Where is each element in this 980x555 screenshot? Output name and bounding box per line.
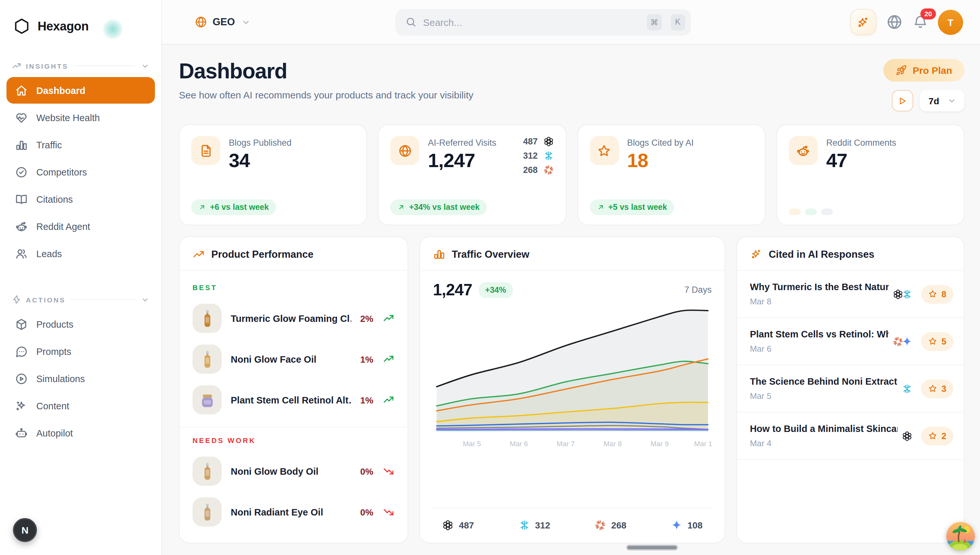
notification-badge: 20	[921, 8, 936, 19]
sidebar: Hexagon INSIGHTS Dashboard Website Healt…	[0, 0, 162, 555]
gemini-icon	[671, 520, 682, 531]
sidebar-item[interactable]: Autopilot	[6, 420, 155, 446]
period-select[interactable]: 7d	[919, 90, 964, 111]
teal-glow-decoration	[98, 15, 127, 43]
global-search[interactable]: ⌘ K	[395, 9, 690, 35]
cited-item[interactable]: Plant Stem Cells vs Retinol: Wha… Mar 6 …	[737, 318, 964, 365]
page-title: Dashboard	[179, 59, 473, 83]
star-icon	[929, 384, 938, 393]
sidebar-item[interactable]: Dashboard	[6, 77, 155, 104]
stat-value: 34	[229, 149, 292, 172]
trend-icon	[382, 394, 395, 406]
cited-date: Mar 4	[750, 438, 898, 448]
workspace-switcher[interactable]: GEO	[195, 16, 251, 29]
stat-delta-badge: +6 vs last week	[191, 199, 276, 215]
stat-label: AI-Referred Visits	[428, 138, 496, 148]
topbar: GEO ⌘ K 20 T	[162, 0, 980, 45]
svg-text:Mar 9: Mar 9	[651, 440, 669, 448]
sidebar-item[interactable]: Simulations	[6, 365, 155, 392]
openai-icon	[902, 430, 913, 441]
home-icon	[15, 84, 28, 97]
horizontal-scrollbar-handle[interactable]	[626, 545, 678, 550]
brand-row: Hexagon	[0, 0, 161, 57]
cited-item[interactable]: How to Build a Minimalist Skincare… Mar …	[737, 412, 964, 460]
sidebar-item[interactable]: Website Health	[6, 104, 155, 131]
chevron-down-icon	[947, 96, 957, 106]
nav-section-actions-header[interactable]: ACTIONS	[6, 291, 155, 311]
command-keycap: ⌘	[647, 14, 661, 30]
breakdown-row: 312	[523, 150, 554, 161]
chevron-down-icon	[241, 17, 251, 27]
svg-text:Mar 10: Mar 10	[694, 440, 712, 448]
cited-source-icons	[895, 336, 913, 347]
cited-item[interactable]: The Science Behind Noni Extract i… Mar 5…	[737, 365, 964, 412]
user-avatar[interactable]: T	[938, 10, 963, 35]
book-open-icon	[15, 192, 28, 205]
sparkle-icon	[856, 15, 870, 29]
workspace-avatar[interactable]: N	[13, 518, 37, 542]
product-row[interactable]: Turmeric Glow Foaming Cl… 2%	[193, 298, 395, 339]
sidebar-item[interactable]: Content	[6, 393, 155, 419]
sidebar-item[interactable]: Prompts	[6, 338, 155, 365]
sidebar-footer: N	[0, 518, 161, 555]
nav-section-insights-header[interactable]: INSIGHTS	[6, 57, 155, 77]
stat-label: Blogs Published	[229, 138, 292, 148]
sidebar-item[interactable]: Citations	[6, 186, 155, 212]
notifications-button[interactable]: 20	[912, 14, 928, 30]
sidebar-item[interactable]: Leads	[6, 240, 155, 267]
sidebar-item-label: Website Health	[36, 112, 100, 123]
stat-label: Blogs Cited by AI	[627, 138, 694, 148]
product-row[interactable]: Plant Stem Cell Retinol Alt… 1%	[193, 380, 395, 420]
divider	[180, 427, 408, 427]
product-thumbnail	[193, 457, 222, 486]
citation-count: 8	[941, 289, 946, 299]
panel-header: Product Performance	[180, 237, 408, 271]
language-globe-button[interactable]	[886, 14, 903, 30]
star-icon	[589, 136, 619, 165]
stat-value: 1,247	[428, 149, 496, 172]
sidebar-item[interactable]: Competitors	[6, 159, 155, 185]
reddit-icon	[15, 220, 28, 233]
stat-value: 47	[826, 149, 896, 172]
product-row[interactable]: Noni Glow Body Oil 0%	[193, 451, 395, 492]
perplexity-icon	[902, 289, 913, 300]
panels-row: Product Performance BEST Turmeric Glow F…	[179, 236, 964, 543]
reddit-icon	[789, 136, 818, 165]
citation-count: 2	[941, 431, 946, 441]
trend-icon	[382, 465, 395, 477]
cited-in-ai-panel: Cited in AI Responses Why Turmeric Is th…	[736, 236, 964, 543]
cited-item[interactable]: Why Turmeric Is the Best Natural … Mar 8…	[737, 271, 964, 318]
cited-source-icons	[904, 430, 913, 441]
chevron-down-icon	[141, 295, 150, 304]
run-button[interactable]	[891, 90, 913, 111]
plan-label: Pro Plan	[912, 65, 952, 76]
heart-pulse-icon	[15, 111, 28, 124]
sidebar-item-label: Citations	[36, 194, 73, 204]
page-subtitle: See how often AI recommends your product…	[179, 89, 473, 100]
trend-icon	[382, 506, 395, 518]
island-widget-button[interactable]	[946, 522, 975, 550]
package-icon	[15, 318, 28, 330]
sidebar-item[interactable]: Traffic	[6, 132, 155, 158]
nav-section-label: INSIGHTS	[26, 62, 68, 70]
plan-badge[interactable]: Pro Plan	[883, 59, 964, 82]
cited-date: Mar 5	[750, 391, 898, 401]
content-column: GEO ⌘ K 20 T	[162, 0, 980, 555]
sidebar-item[interactable]: Reddit Agent	[6, 213, 155, 240]
panel-header: Cited in AI Responses	[737, 237, 964, 271]
product-row[interactable]: Noni Radiant Eye Oil 0%	[193, 492, 395, 533]
ai-assistant-button[interactable]	[850, 9, 876, 35]
reddit-stat-pills	[789, 209, 953, 215]
product-name: Noni Glow Face Oil	[231, 354, 351, 364]
breakdown-row: 268	[523, 165, 554, 175]
legend-item: 487	[442, 520, 474, 531]
product-row[interactable]: Noni Glow Face Oil 1%	[193, 339, 395, 380]
product-percent: 1%	[360, 395, 373, 405]
search-input[interactable]	[423, 16, 640, 27]
panel-title: Traffic Overview	[452, 249, 529, 260]
sidebar-item[interactable]: Products	[6, 311, 155, 337]
product-thumbnail	[193, 345, 222, 374]
best-section-label: BEST	[193, 284, 395, 292]
cited-title: Plant Stem Cells vs Retinol: Wha…	[750, 329, 889, 339]
sparkle-icon	[750, 248, 762, 260]
